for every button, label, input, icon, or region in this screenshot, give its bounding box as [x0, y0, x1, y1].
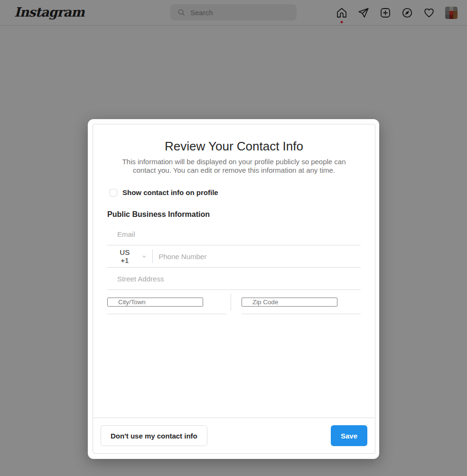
modal-title: Review Your Contact Info: [93, 139, 375, 153]
modal-description: This information will be displayed on yo…: [112, 158, 355, 175]
phone-input[interactable]: [153, 245, 361, 267]
street-address-input[interactable]: [107, 268, 361, 289]
zip-field-cell: [242, 290, 361, 314]
country-code-value: US +1: [117, 248, 132, 264]
modal-body: Review Your Contact Info This informatio…: [93, 124, 375, 418]
form-fields: US +1: [107, 223, 361, 314]
dont-use-contact-info-button[interactable]: Don't use my contact info: [101, 425, 207, 446]
show-contact-checkbox-row[interactable]: Show contact info on profile: [110, 188, 361, 196]
checkbox-label: Show contact info on profile: [122, 188, 218, 196]
save-button[interactable]: Save: [331, 425, 367, 446]
section-heading: Public Business Information: [107, 210, 361, 219]
city-zip-row: [107, 290, 361, 314]
phone-field-row: US +1: [107, 245, 361, 268]
contact-info-modal: Review Your Contact Info This informatio…: [88, 119, 379, 459]
modal-footer: Don't use my contact info Save: [93, 418, 375, 453]
checkbox-unchecked[interactable]: [110, 189, 117, 196]
country-code-select[interactable]: US +1: [107, 245, 152, 267]
email-field-row: [107, 223, 361, 245]
city-input[interactable]: [107, 298, 203, 307]
chevron-down-icon: [142, 253, 147, 260]
street-field-row: [107, 268, 361, 290]
contact-info-panel: Review Your Contact Info This informatio…: [93, 124, 375, 454]
city-zip-divider: [231, 293, 231, 311]
city-field-cell: [107, 290, 226, 314]
zip-input[interactable]: [242, 298, 337, 307]
email-input[interactable]: [107, 223, 361, 245]
